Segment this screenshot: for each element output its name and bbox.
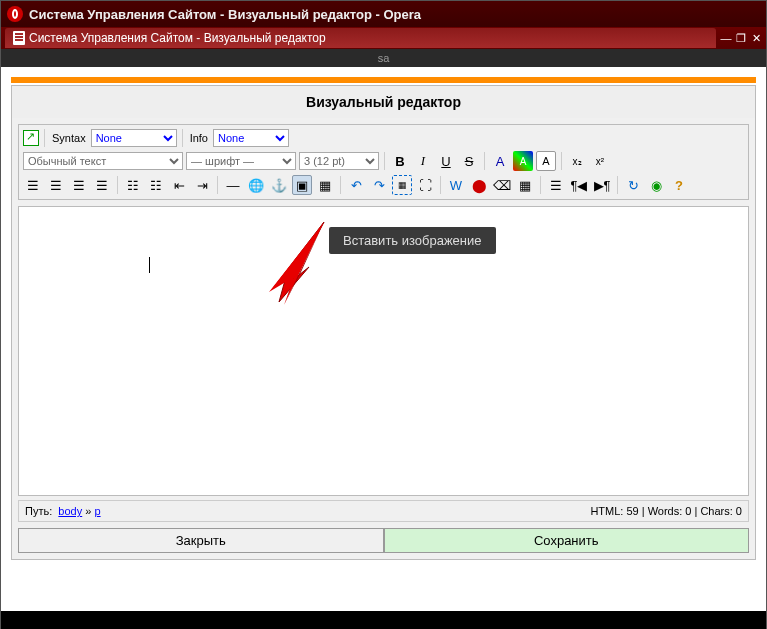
editor-stats: HTML: 59 | Words: 0 | Chars: 0 [590, 505, 742, 517]
element-path: Путь: body » p [25, 505, 101, 517]
opera-icon [7, 6, 23, 22]
svg-marker-1 [269, 222, 324, 305]
refresh-button[interactable]: ↻ [623, 175, 643, 195]
superscript-button[interactable]: x² [590, 151, 610, 171]
redo-button[interactable]: ↷ [369, 175, 389, 195]
align-right-button[interactable]: ☰ [69, 175, 89, 195]
close-icon[interactable]: ✕ [750, 32, 762, 45]
minimize-icon[interactable]: — [720, 32, 732, 45]
align-left-button[interactable]: ☰ [23, 175, 43, 195]
dialog-buttons: Закрыть Сохранить [18, 528, 749, 553]
tab-title: Система Управления Сайтом - Визуальный р… [29, 31, 326, 45]
separator [484, 152, 485, 170]
toolbar-row-2: Обычный текст — шрифт — 3 (12 pt) B I U … [21, 149, 746, 173]
insert-table-button[interactable]: ▦ [515, 175, 535, 195]
help-button[interactable]: ? [669, 175, 689, 195]
font-select[interactable]: — шрифт — [186, 152, 296, 170]
maximize-icon[interactable]: ❐ [735, 32, 747, 45]
align-justify-button[interactable]: ☰ [92, 175, 112, 195]
unordered-list-button[interactable]: ☷ [146, 175, 166, 195]
toolbar: Syntax None Info None Обычный текст — шр… [18, 124, 749, 200]
ltr-button[interactable]: ¶◀ [569, 175, 589, 195]
anchor-button[interactable]: ⚓ [269, 175, 289, 195]
bg-color-button[interactable]: A [513, 151, 533, 171]
separator [384, 152, 385, 170]
tab-bar: Система Управления Сайтом - Визуальный р… [1, 27, 766, 49]
clear-format-button[interactable]: ⌫ [492, 175, 512, 195]
table-button[interactable]: ▦ [315, 175, 335, 195]
select-all-button[interactable]: ▦ [392, 175, 412, 195]
page-content: Визуальный редактор Syntax None Info Non… [1, 67, 766, 611]
editor-container: Визуальный редактор Syntax None Info Non… [11, 85, 756, 560]
separator [217, 176, 218, 194]
hr-button[interactable]: — [223, 175, 243, 195]
editor-title: Визуальный редактор [12, 86, 755, 118]
page-icon [13, 31, 25, 45]
separator [561, 152, 562, 170]
browser-tab[interactable]: Система Управления Сайтом - Визуальный р… [5, 28, 716, 48]
text-cursor [149, 257, 150, 273]
underline-button[interactable]: U [436, 151, 456, 171]
size-select[interactable]: 3 (12 pt) [299, 152, 379, 170]
expand-button[interactable] [23, 130, 39, 146]
window-title: Система Управления Сайтом - Визуальный р… [29, 7, 760, 22]
browser-footer [1, 611, 766, 629]
path-body-link[interactable]: body [58, 505, 82, 517]
separator [440, 176, 441, 194]
status-bar: Путь: body » p HTML: 59 | Words: 0 | Cha… [18, 500, 749, 522]
separator [182, 129, 183, 147]
separator [617, 176, 618, 194]
path-p-link[interactable]: p [94, 505, 100, 517]
align-center-button[interactable]: ☰ [46, 175, 66, 195]
toolbar-row-1: Syntax None Info None [21, 127, 746, 149]
bold-button[interactable]: B [390, 151, 410, 171]
special-char-button[interactable]: ⬤ [469, 175, 489, 195]
source-button[interactable]: ☰ [546, 175, 566, 195]
undo-button[interactable]: ↶ [346, 175, 366, 195]
accent-bar [11, 77, 756, 83]
pointer-arrow-icon [239, 217, 329, 307]
link-button[interactable]: 🌐 [246, 175, 266, 195]
italic-button[interactable]: I [413, 151, 433, 171]
save-button[interactable]: Сохранить [384, 528, 750, 553]
separator [44, 129, 45, 147]
separator [540, 176, 541, 194]
syntax-select[interactable]: None [91, 129, 177, 147]
subscript-button[interactable]: x₂ [567, 151, 587, 171]
rtl-button[interactable]: ▶¶ [592, 175, 612, 195]
editor-content-area[interactable]: Вставить изображение [18, 206, 749, 496]
window-controls: — ❐ ✕ [720, 32, 762, 45]
info-select[interactable]: None [213, 129, 289, 147]
insert-image-button[interactable]: ▣ [292, 175, 312, 195]
outdent-button[interactable]: ⇤ [169, 175, 189, 195]
format-select[interactable]: Обычный текст [23, 152, 183, 170]
syntax-label: Syntax [50, 132, 88, 144]
browser-titlebar: Система Управления Сайтом - Визуальный р… [1, 1, 766, 27]
highlight-button[interactable]: A [536, 151, 556, 171]
strike-button[interactable]: S [459, 151, 479, 171]
separator [340, 176, 341, 194]
ordered-list-button[interactable]: ☷ [123, 175, 143, 195]
paste-word-button[interactable]: W [446, 175, 466, 195]
text-color-button[interactable]: A [490, 151, 510, 171]
tooltip: Вставить изображение [329, 227, 496, 254]
browser-window: Система Управления Сайтом - Визуальный р… [0, 0, 767, 629]
fullscreen-button[interactable]: ⛶ [415, 175, 435, 195]
close-button[interactable]: Закрыть [18, 528, 384, 553]
settings-button[interactable]: ◉ [646, 175, 666, 195]
separator [117, 176, 118, 194]
toolbar-row-3: ☰ ☰ ☰ ☰ ☷ ☷ ⇤ ⇥ — 🌐 ⚓ ▣ ▦ ↶ [21, 173, 746, 197]
status-strip: sa [1, 49, 766, 67]
indent-button[interactable]: ⇥ [192, 175, 212, 195]
info-label: Info [188, 132, 210, 144]
